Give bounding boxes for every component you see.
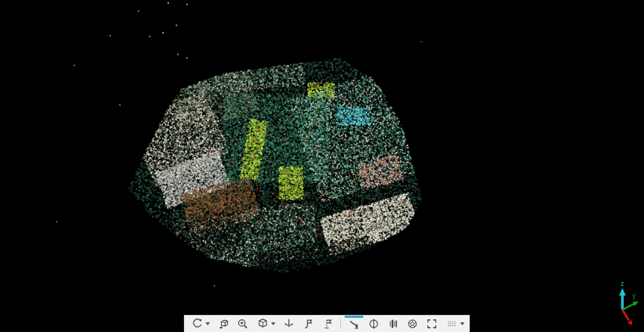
zoom-window-tool[interactable] [233,316,252,332]
pan-icon [217,317,230,331]
turntable-tool[interactable] [279,316,299,332]
active-tool-indicator [345,316,363,318]
grid-icon [445,317,459,331]
axis-gizmo: z y [605,278,644,332]
chevron-down-icon[interactable] [205,322,210,325]
point-cloud-canvas[interactable] [0,0,644,332]
orbit-tool[interactable] [187,316,214,332]
pick-icon [348,317,361,331]
3d-viewport[interactable]: z y [0,0,644,332]
split-icon [367,317,380,331]
view-cube-tool[interactable] [252,316,279,332]
flag-dashed-icon [321,317,334,331]
axis-y-line [622,304,634,310]
orbit-icon [191,317,204,331]
axis-y-label: y [632,293,636,299]
bars-icon [386,317,400,331]
axis-z-label: z [621,281,625,287]
chevron-down-icon[interactable] [271,322,275,325]
slice-tool[interactable] [383,316,403,332]
grid-layout-tool[interactable] [441,316,468,332]
axis-x-line [622,310,629,321]
bottom-toolbar [184,315,470,332]
toolbar-separator [340,319,341,329]
annotation-flag-tool[interactable] [299,316,318,332]
chevron-down-icon[interactable] [460,322,465,325]
measure-path-tool[interactable] [318,316,337,332]
sphere-icon [406,317,419,331]
split-view-tool[interactable] [364,316,383,332]
pick-point-tool[interactable] [344,316,364,332]
pan-tool[interactable] [214,316,233,332]
expand-icon [425,317,439,331]
sphere-view-tool[interactable] [403,316,422,332]
turntable-icon [282,317,296,331]
flag-icon [302,317,315,331]
zoom-icon [236,317,249,331]
cube-icon [256,317,270,331]
fit-view-tool[interactable] [422,316,441,332]
axis-z-arrowhead [619,288,626,296]
